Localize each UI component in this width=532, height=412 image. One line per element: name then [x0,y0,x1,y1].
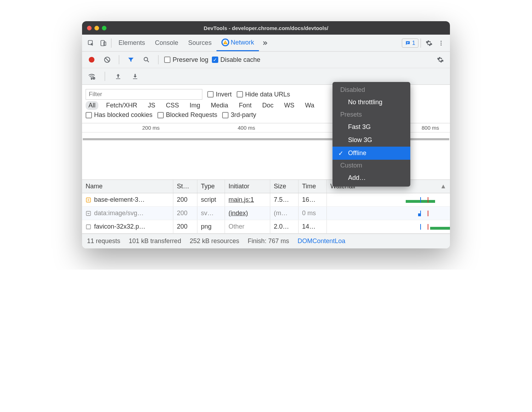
initiator-link[interactable]: Other [229,223,244,230]
panel-settings-icon[interactable] [434,54,446,66]
upload-har-icon[interactable] [112,70,124,82]
svg-point-12 [91,78,92,80]
col-type[interactable]: Type [197,180,225,193]
checkbox-icon [157,112,164,118]
search-icon[interactable] [140,54,152,66]
col-name[interactable]: Name [82,180,173,193]
throttling-dropdown: Disabled No throttling Presets Fast 3G S… [332,82,410,187]
initiator-link[interactable]: main.js:1 [229,196,254,203]
disable-cache-label: Disable cache [220,56,260,64]
file-icon [86,197,91,203]
svg-rect-4 [225,43,226,43]
divider [421,39,421,48]
col-time[interactable]: Time [299,180,327,193]
checkbox-icon [207,91,214,98]
filter-type-ws[interactable]: WS [281,101,297,110]
timeline-tick: 400 ms [238,125,255,131]
tab-network[interactable]: Network [216,35,259,51]
dd-section-disabled: Disabled [332,84,410,96]
dd-section-custom: Custom [332,160,410,171]
initiator-link[interactable]: (index) [229,210,248,217]
timeline-tick: 800 ms [422,125,439,131]
network-conditions-icon[interactable] [86,70,98,82]
divider [105,72,105,81]
blocked-cookies-checkbox[interactable]: Has blocked cookies [86,111,152,119]
network-toolbar: Preserve log ✓ Disable cache [82,52,450,68]
dd-fast-3g[interactable]: Fast 3G [332,120,410,134]
messages-count: 1 [412,40,415,46]
filter-type-media[interactable]: Media [208,101,231,110]
svg-point-11 [144,57,148,61]
dd-section-presets: Presets [332,109,410,120]
third-party-checkbox[interactable]: 3rd-party [222,111,256,119]
messages-badge[interactable]: 1 [402,39,418,48]
filter-icon[interactable] [125,54,137,66]
hide-data-urls-label: Hide data URLs [245,91,290,98]
checkbox-icon [86,112,92,118]
checkbox-icon [222,112,229,118]
record-button[interactable] [86,54,98,66]
filter-type-img[interactable]: Img [187,101,203,110]
file-icon [86,224,91,230]
download-har-icon[interactable] [129,70,141,82]
filter-type-all[interactable]: All [86,101,98,110]
kebab-menu-icon[interactable] [435,37,447,49]
disable-cache-checkbox[interactable]: ✓ Disable cache [212,56,260,64]
table-row[interactable]: favicon-32x32.p…200pngOther2.0…14… [82,220,450,234]
status-finish: Finish: 767 ms [248,237,289,245]
status-resources: 252 kB resources [190,237,239,245]
status-transferred: 101 kB transferred [129,237,181,245]
blocked-requests-checkbox[interactable]: Blocked Requests [157,111,217,119]
dd-no-throttling[interactable]: No throttling [332,96,410,109]
tab-console[interactable]: Console [150,35,183,51]
preserve-log-label: Preserve log [173,56,208,64]
invert-checkbox[interactable]: Invert [207,91,232,98]
col-status[interactable]: St… [173,180,197,193]
table-row[interactable]: base-element-3…200scriptmain.js:17.5…16… [82,193,450,207]
checkbox-checked-icon: ✓ [212,57,218,63]
svg-point-9 [441,44,442,45]
invert-label: Invert [216,91,232,98]
dd-add-custom[interactable]: Add… [332,171,410,184]
col-size[interactable]: Size [270,180,299,193]
status-requests: 11 requests [87,237,120,245]
more-tabs-icon[interactable] [259,37,271,49]
blocked-requests-label: Blocked Requests [166,111,217,119]
tab-elements[interactable]: Elements [114,35,150,51]
warning-icon [221,39,229,46]
dd-slow-3g[interactable]: Slow 3G [332,134,410,147]
status-bar: 11 requests 101 kB transferred 252 kB re… [82,234,450,248]
sort-asc-icon: ▲ [440,183,446,190]
svg-point-7 [441,41,442,42]
divider [158,55,158,64]
waterfall-bar [418,213,421,216]
svg-point-8 [441,42,442,43]
filter-type-doc[interactable]: Doc [259,101,276,110]
filter-type-js[interactable]: JS [145,101,158,110]
titlebar: DevTools - developer.chrome.com/docs/dev… [82,21,450,35]
devtools-window: DevTools - developer.chrome.com/docs/dev… [82,21,450,248]
table-row[interactable]: data:image/svg…200sv…(index)(m…0 ms [82,207,450,220]
filter-type-fetch[interactable]: Fetch/XHR [103,101,140,110]
blocked-cookies-label: Has blocked cookies [94,111,152,119]
main-tabs: Elements Console Sources Network 1 [82,35,450,52]
preserve-log-checkbox[interactable]: Preserve log [164,56,208,64]
clear-icon[interactable] [101,54,113,66]
filter-input[interactable] [86,89,202,100]
checkbox-icon [164,57,170,63]
hide-data-urls-checkbox[interactable]: Hide data URLs [237,91,290,98]
divider [111,39,111,48]
timeline-tick: 200 ms [142,125,160,131]
filter-type-css[interactable]: CSS [163,101,182,110]
device-toggle-icon[interactable] [97,37,109,49]
filter-type-font[interactable]: Font [236,101,254,110]
settings-icon[interactable] [423,37,435,49]
svg-rect-5 [407,42,409,42]
inspect-icon[interactable] [85,37,97,49]
window-title: DevTools - developer.chrome.com/docs/dev… [82,25,450,31]
svg-rect-14 [86,198,91,202]
tab-sources[interactable]: Sources [183,35,216,51]
col-initiator[interactable]: Initiator [225,180,270,193]
dd-offline[interactable]: ✓ Offline [332,147,410,160]
filter-type-wasm[interactable]: Wa [302,101,317,110]
